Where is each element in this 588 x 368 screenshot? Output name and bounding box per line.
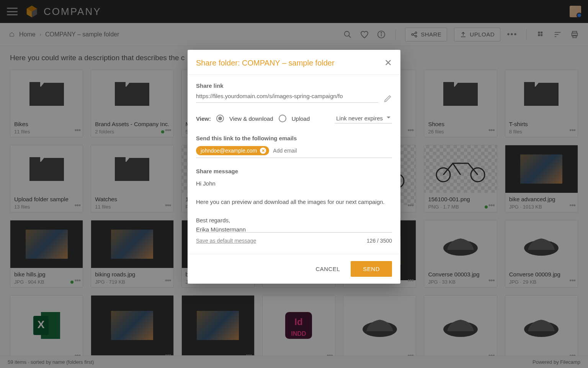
message-textarea[interactable] <box>196 179 392 233</box>
close-icon[interactable]: ✕ <box>384 58 392 68</box>
emails-label: Send this link to the following emails <box>196 135 392 141</box>
email-chip-text: johndoe@example.com <box>201 148 257 154</box>
radio-view-download-label: View & download <box>229 115 273 122</box>
save-default-link[interactable]: Save as default message <box>196 238 256 244</box>
expiry-select[interactable]: Link never expires <box>335 113 392 123</box>
chip-remove-icon[interactable]: ✕ <box>260 148 266 154</box>
email-chip: johndoe@example.com ✕ <box>196 146 269 155</box>
cancel-button[interactable]: CANCEL <box>315 266 340 272</box>
message-label: Share message <box>196 168 392 174</box>
send-button[interactable]: SEND <box>351 261 392 277</box>
radio-upload-label: Upload <box>292 115 310 122</box>
view-label: View: <box>196 115 211 122</box>
radio-upload[interactable] <box>279 115 286 122</box>
share-link-label: Share link <box>196 82 392 89</box>
share-modal: Share folder: COMPANY – sample folder ✕ … <box>188 50 400 284</box>
add-email-input[interactable] <box>273 148 392 154</box>
share-link-input[interactable] <box>196 90 378 103</box>
modal-title: Share folder: COMPANY – sample folder <box>196 59 335 67</box>
char-counter: 126 / 3500 <box>367 238 392 244</box>
radio-view-download[interactable] <box>216 115 224 122</box>
edit-icon[interactable] <box>384 94 392 103</box>
